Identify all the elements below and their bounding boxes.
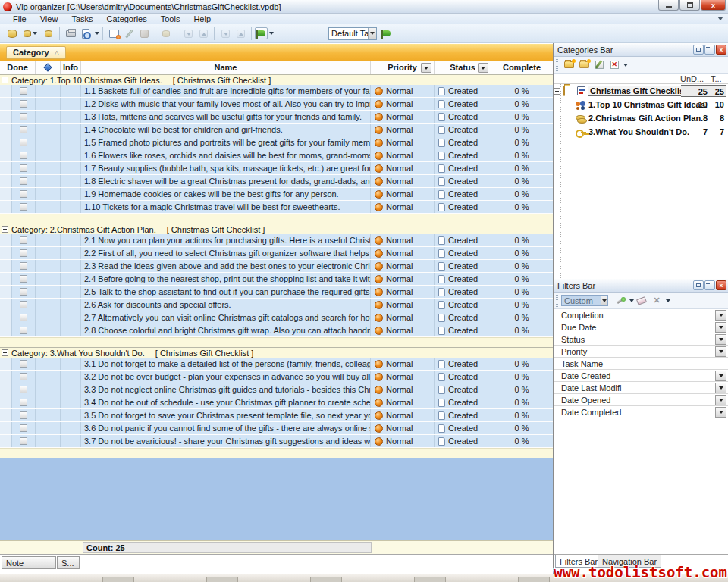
column-header-done[interactable]: Done <box>0 61 36 74</box>
new-database-icon[interactable] <box>5 27 19 40</box>
task-view-combobox[interactable]: Default Task V <box>328 27 377 40</box>
edit-task-icon[interactable] <box>122 27 136 40</box>
menu-item-view[interactable]: View <box>33 14 65 24</box>
table-row[interactable]: 1.9 Homemade cookies or cakes will be th… <box>0 188 553 201</box>
category-group-header[interactable]: Category: 1.Top 10 Christmas Gift Ideas.… <box>0 74 553 85</box>
apply-filter-icon[interactable] <box>613 294 627 307</box>
table-row[interactable]: 2.6 Ask for discounts and special offers… <box>0 299 553 311</box>
done-checkbox[interactable] <box>20 190 27 198</box>
new-category-icon[interactable] <box>562 58 576 71</box>
table-row[interactable]: 3.5 Do not forget to save your Christmas… <box>0 409 553 422</box>
filter-dropdown-icon[interactable] <box>715 310 726 321</box>
category-group-header[interactable]: Category: 3.What You Shouldn't Do.[ Chri… <box>0 347 553 358</box>
menu-item-help[interactable]: Help <box>187 14 218 24</box>
move-up-icon[interactable] <box>196 27 210 40</box>
collapse-group-icon[interactable] <box>2 77 8 83</box>
panel-pin-icon[interactable] <box>704 45 715 55</box>
table-row[interactable]: 2.5 Talk to the shop assistant to find o… <box>0 286 553 299</box>
menu-item-tools[interactable]: Tools <box>154 14 187 24</box>
done-checkbox[interactable] <box>20 126 27 133</box>
apply-view-icon[interactable] <box>380 27 394 40</box>
toolbar-grip[interactable] <box>556 59 558 71</box>
column-header-status[interactable]: Status <box>435 61 491 74</box>
filter-dropdown-icon[interactable] <box>715 322 726 333</box>
table-row[interactable]: 2.8 Choose colorful and bright Christmas… <box>0 324 553 337</box>
panel-pin-icon[interactable] <box>704 280 715 290</box>
done-checkbox[interactable] <box>20 100 27 108</box>
panel-float-icon[interactable] <box>693 280 704 290</box>
menu-item-tasks[interactable]: Tasks <box>64 14 99 24</box>
table-row[interactable]: 3.3 Do not neglect online Christmas gift… <box>0 383 553 396</box>
done-checkbox[interactable] <box>20 249 27 257</box>
done-checkbox[interactable] <box>20 203 27 211</box>
category-tree-item[interactable]: 2.Christmas Gift Action Plan.88 <box>554 111 728 125</box>
table-row[interactable]: 1.1 Baskets full of candies and fruit ar… <box>0 85 553 98</box>
table-row[interactable]: 1.7 Beauty supplies (bubble bath, spa ki… <box>0 162 553 175</box>
panel-close-icon[interactable]: x <box>716 280 726 290</box>
new-task-icon[interactable] <box>107 27 121 40</box>
filter-field-value[interactable] <box>626 358 728 369</box>
done-checkbox[interactable] <box>20 177 27 185</box>
done-checkbox[interactable] <box>20 399 27 406</box>
done-checkbox[interactable] <box>20 424 27 432</box>
combo-dropdown-icon[interactable] <box>601 296 607 305</box>
column-header-complete[interactable]: Complete <box>491 61 552 74</box>
table-row[interactable]: 1.5 Framed photo pictures and portraits … <box>0 136 553 149</box>
combo-dropdown-icon[interactable] <box>368 28 376 39</box>
done-checkbox[interactable] <box>20 327 27 334</box>
undone-column-header[interactable]: UnD... <box>680 74 704 83</box>
table-row[interactable]: 3.4 Do not be out of schedule - use your… <box>0 396 553 409</box>
print-icon[interactable] <box>64 27 77 40</box>
priority-filter-icon[interactable] <box>421 63 431 73</box>
open-database-icon[interactable] <box>20 27 40 40</box>
filters-toolbar-overflow-icon[interactable] <box>666 299 670 302</box>
category-tree-item[interactable]: 1.Top 10 Christmas Gift Ideas.1010 <box>554 98 728 111</box>
category-tree-item[interactable]: Christmas Gift Checklist2525 <box>554 84 728 98</box>
print-preview-icon[interactable] <box>79 27 93 40</box>
collapse-group-icon[interactable] <box>2 349 8 356</box>
filter-dropdown-icon[interactable] <box>715 334 726 345</box>
done-checkbox[interactable] <box>20 236 27 244</box>
table-row[interactable]: 3.2 Do not be over budget - plan your ex… <box>0 371 553 383</box>
column-header-name[interactable]: Name <box>81 61 371 74</box>
filter-dropdown-icon[interactable] <box>715 346 726 357</box>
panel-float-icon[interactable] <box>693 45 704 55</box>
category-tree-item[interactable]: 3.What You Shouldn't Do.77 <box>554 125 728 139</box>
filter-field-value[interactable] <box>626 309 715 321</box>
new-subcategory-icon[interactable] <box>577 58 591 71</box>
move-bottom-icon[interactable] <box>218 27 232 40</box>
done-checkbox[interactable] <box>20 437 27 445</box>
move-top-icon[interactable] <box>234 27 247 40</box>
filter-preset-combobox[interactable]: Custom <box>561 295 608 306</box>
move-down-icon[interactable] <box>181 27 195 40</box>
done-checkbox[interactable] <box>20 164 27 172</box>
filter-dropdown-icon[interactable] <box>715 395 726 405</box>
view-mode-arrow-icon[interactable] <box>269 32 274 35</box>
filter-field-value[interactable] <box>626 406 715 418</box>
collapse-tree-icon[interactable] <box>554 88 560 95</box>
table-row[interactable]: 3.1 Do not forget to make a detailed lis… <box>0 358 553 371</box>
status-filter-icon[interactable] <box>478 63 488 73</box>
menu-overflow-icon[interactable] <box>717 17 723 20</box>
column-header-priority[interactable]: Priority <box>371 61 435 74</box>
done-checkbox[interactable] <box>20 314 27 321</box>
print-options-arrow-icon[interactable] <box>95 32 99 35</box>
delete-category-icon[interactable] <box>607 58 621 71</box>
view-mode-icon[interactable] <box>255 27 268 39</box>
complete-task-icon[interactable] <box>159 27 173 40</box>
filter-field-value[interactable] <box>626 333 715 345</box>
table-row[interactable]: 2.3 Read the ideas given above and add t… <box>0 260 553 273</box>
table-row[interactable]: 3.7 Do not be avaricious! - share your C… <box>0 435 553 448</box>
categories-toolbar-overflow-icon[interactable] <box>623 64 628 67</box>
toolbar-grip[interactable] <box>556 295 558 307</box>
tab-note[interactable]: Note <box>2 556 56 569</box>
apply-filter-arrow-icon[interactable] <box>629 299 634 302</box>
edit-category-icon[interactable] <box>592 58 606 71</box>
group-by-category-button[interactable]: Category △ <box>6 46 66 59</box>
menu-item-categories[interactable]: Categories <box>100 14 154 24</box>
tab-more[interactable]: S... <box>57 556 80 569</box>
table-row[interactable]: 2.1 Now you can plan your actions for pu… <box>0 234 553 247</box>
done-checkbox[interactable] <box>20 386 27 393</box>
table-row[interactable]: 1.8 Electric shaver will be a great Chri… <box>0 175 553 188</box>
panel-close-icon[interactable]: x <box>716 45 726 55</box>
